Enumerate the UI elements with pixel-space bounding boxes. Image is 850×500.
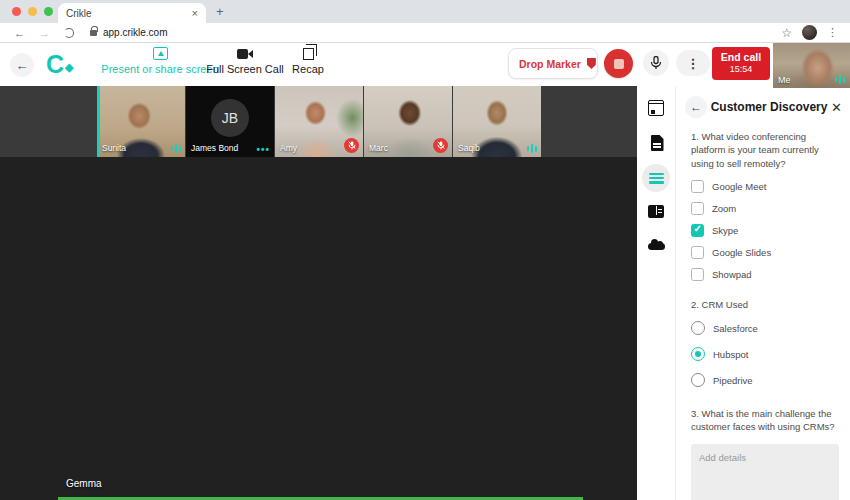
participant-name: Amy [280,143,297,153]
radio-label: Hubspot [713,349,748,360]
checkbox-label: Google Meet [712,181,766,192]
screen-share-icon [153,47,168,60]
recap-copy-icon [303,48,314,60]
overflow-menu-button[interactable]: ⋮ [680,50,706,76]
microphone-toggle-button[interactable] [643,50,669,76]
call-timer: 15:54 [730,64,753,75]
checkbox-label: Google Slides [712,247,771,258]
window-controls [12,7,53,16]
panel-close-icon[interactable]: ✕ [831,100,842,115]
microphone-icon [650,56,662,70]
checkbox-label: Skype [712,225,738,236]
crikle-logo: C◆ [46,50,64,79]
recap-button[interactable]: Recap [283,47,333,75]
participant-tile[interactable]: Marc [364,86,452,157]
video-camera-icon [237,49,253,60]
browser-forward-icon[interactable]: → [39,27,50,39]
more-options-icon[interactable]: ••• [256,147,270,153]
tab-title: Crikle [66,8,192,19]
checkbox-option[interactable]: Google Slides [691,246,837,259]
record-stop-button[interactable] [604,49,633,78]
participant-tile[interactable]: Amy [275,86,363,157]
question-2-text: 2. CRM Used [691,298,837,311]
url-text: app.crikle.com [103,27,167,38]
browser-back-icon[interactable]: ← [14,27,25,39]
list-icon [649,173,664,184]
participant-tile[interactable]: JB James Bond ••• [186,86,274,157]
drop-marker-button[interactable]: Drop Marker [508,48,598,79]
browser-url-bar: ← → app.crikle.com ☆ ⋮ [0,23,850,43]
participant-tile[interactable]: Saqib [453,86,541,157]
participant-name: Marc [369,143,388,153]
details-textarea[interactable]: Add details [691,444,839,500]
browser-reload-icon[interactable] [64,28,74,38]
audio-indicator-icon [835,75,846,84]
full-screen-call-button[interactable]: Full Screen Call [200,47,290,75]
contacts-book-icon[interactable] [648,205,664,218]
panel-header: ← Customer Discovery ✕ [685,94,842,120]
browser-menu-icon[interactable]: ⋮ [827,26,838,39]
browser-profile-avatar[interactable] [802,25,817,40]
browser-tab-bar: Crikle × + [0,0,850,23]
participant-name: Sunita [102,143,126,153]
panel-back-button[interactable]: ← [685,96,707,118]
drop-marker-label: Drop Marker [519,58,581,70]
checkbox-option[interactable]: Showpad [691,268,837,281]
close-window-button[interactable] [12,7,21,16]
minimize-window-button[interactable] [28,7,37,16]
checkbox[interactable] [691,202,704,215]
radio-option[interactable]: Hubspot [691,347,837,361]
checkbox[interactable] [691,268,704,281]
record-stop-icon [614,59,624,69]
audio-indicator-icon [527,144,538,153]
radio-label: Salesforce [713,323,758,334]
browser-tab[interactable]: Crikle × [58,3,206,23]
radio-option[interactable]: Pipedrive [691,373,837,387]
main-video-feed[interactable]: Gemma [58,163,583,497]
radio-label: Pipedrive [713,375,753,386]
radio-button[interactable] [691,321,705,335]
self-video-tile[interactable]: Me [773,43,850,88]
audio-indicator-icon [171,144,182,153]
recap-label: Recap [292,63,324,75]
checkbox[interactable] [691,224,704,237]
muted-mic-icon [344,138,359,153]
main-video-name: Gemma [66,478,102,489]
panel-title: Customer Discovery [707,100,831,114]
checkbox-option[interactable]: Skype [691,224,837,237]
radio-button[interactable] [691,347,705,361]
lock-icon [90,30,97,36]
address-bar[interactable]: app.crikle.com [90,27,781,38]
agenda-list-tab-active[interactable] [642,164,670,192]
document-icon[interactable] [651,135,664,151]
full-screen-call-label: Full Screen Call [206,63,284,75]
end-call-label: End call [721,51,761,64]
participant-tile[interactable]: Sunita [97,86,185,157]
checkbox-option[interactable]: Zoom [691,202,837,215]
bookmark-star-icon[interactable]: ☆ [781,26,792,40]
marker-shield-icon [587,58,596,69]
participant-name: James Bond [191,143,238,153]
call-toolbar: ← C◆ Present or share screen Full Screen… [0,43,850,86]
checkbox[interactable] [691,180,704,193]
checkbox-label: Showpad [712,269,752,280]
maximize-window-button[interactable] [44,7,53,16]
checkbox-label: Zoom [712,203,736,214]
end-call-button[interactable]: End call 15:54 [712,47,770,80]
tab-close-icon[interactable]: × [192,7,198,19]
calendar-icon[interactable] [648,100,664,116]
checkbox-option[interactable]: Google Meet [691,180,837,193]
participant-film-strip: Sunita JB James Bond ••• Amy Marc Saqib [0,86,637,157]
participant-avatar: JB [211,99,249,137]
radio-option[interactable]: Salesforce [691,321,837,335]
customer-discovery-panel: ← Customer Discovery ✕ 1. What video con… [677,86,850,500]
radio-button[interactable] [691,373,705,387]
cloud-icon[interactable] [648,243,665,250]
question-3-text: 3. What is the main challenge the custom… [691,407,837,434]
participant-name: Saqib [458,143,480,153]
new-tab-button[interactable]: + [216,4,224,19]
self-video-label: Me [778,75,791,85]
checkbox[interactable] [691,246,704,259]
app-back-button[interactable]: ← [10,53,34,77]
call-stage: Sunita JB James Bond ••• Amy Marc Saqib … [0,86,637,500]
